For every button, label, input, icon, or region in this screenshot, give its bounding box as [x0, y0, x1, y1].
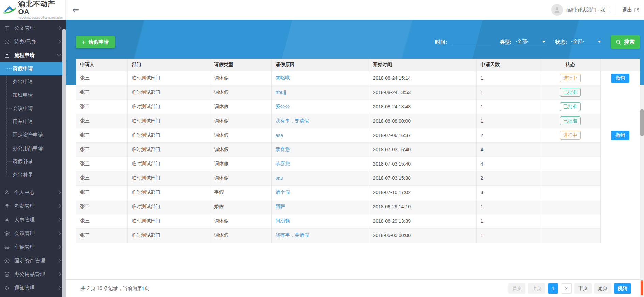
- sidebar-item-process-request[interactable]: 流程申请: [0, 48, 66, 62]
- reason-link[interactable]: 婆公公: [276, 104, 290, 109]
- reason-link[interactable]: 恭喜您: [276, 161, 290, 166]
- sidebar-item-overtime-request[interactable]: 加班申请: [0, 89, 66, 102]
- col-header-status: 状态: [540, 59, 600, 71]
- sidebar-item-label: 流程申请: [14, 52, 35, 59]
- sidebar-item-outing-request[interactable]: 外出申请: [0, 75, 66, 89]
- sidebar-item-meeting-management[interactable]: 会议管理: [0, 226, 66, 240]
- status-select-value: -全部-: [571, 38, 584, 45]
- sidebar-item-notice-management[interactable]: 通知管理: [0, 281, 66, 295]
- sidebar-item-fixed-assets-management[interactable]: 固定资产管理: [0, 254, 66, 267]
- reason-link[interactable]: 恭喜您: [276, 146, 290, 152]
- leave-table-card: 申请人 部门 请假类型 请假原因 开始时间 申请天数 状态 张三 临时测试部门: [76, 59, 640, 243]
- sidebar-item-label: 公文管理: [14, 25, 35, 31]
- sidebar-item-personal-center[interactable]: 个人中心: [0, 186, 66, 199]
- sidebar-item-meeting-request[interactable]: 会议申请: [0, 102, 66, 115]
- inner-scrollbar-thumb[interactable]: [641, 280, 643, 295]
- page-2-button[interactable]: 2: [561, 283, 572, 294]
- sidebar-item-fixed-asset-request[interactable]: 固定资产申请: [0, 128, 66, 142]
- filter-bar: 时间: 类型: -全部- 状态: -全部- 搜索: [435, 35, 640, 49]
- page-1-button[interactable]: 1: [548, 283, 558, 294]
- caret-down-icon: [542, 41, 546, 43]
- sidebar-item-label: 会议申请: [13, 105, 33, 112]
- sidebar-item-label: 办公用品管理: [14, 271, 45, 278]
- sidebar-item-label: 车辆管理: [14, 244, 35, 250]
- logout-label: 退出: [622, 7, 632, 13]
- revoke-button[interactable]: 撤销: [611, 74, 629, 83]
- speaker-icon: [4, 285, 10, 291]
- page-next-button[interactable]: 下页: [574, 283, 592, 294]
- sidebar-item-label: 固定资产申请: [13, 132, 43, 138]
- reason-link[interactable]: rthujj: [276, 90, 286, 95]
- type-select[interactable]: -全部-: [515, 37, 546, 46]
- sidebar-item-label: 通知管理: [14, 285, 35, 291]
- records-summary: 共 2 页 19 条记录，当前为第1页: [81, 280, 149, 297]
- reason-link[interactable]: 我有事，要请假: [276, 232, 309, 238]
- sidebar-item-label: 请假申请: [13, 65, 33, 72]
- page-first-button[interactable]: 首页: [508, 283, 525, 294]
- sidebar-item-label: 外出补录: [13, 172, 33, 178]
- search-button[interactable]: 搜索: [611, 35, 640, 49]
- search-label: 搜索: [624, 38, 635, 46]
- chevron-right-icon: [58, 204, 61, 208]
- sidebar-item-label: 待办/已办: [14, 38, 36, 45]
- person-icon: [4, 217, 10, 223]
- time-filter-input[interactable]: [450, 37, 491, 46]
- sidebar-item-outing-makeup[interactable]: 外出补录: [0, 168, 66, 182]
- status-badge: 已批准: [560, 102, 581, 111]
- status-badge: 已批准: [560, 116, 581, 125]
- sidebar-item-todo-done[interactable]: 待办/已办: [0, 35, 66, 48]
- table-row: 张三 临时测试部门 调休假 我有事，要请假 2018-08-08 00:00 1…: [76, 114, 640, 128]
- table-row: 张三 临时测试部门 调休假 阿斯顿 2018-06-29 13:39 1: [76, 214, 640, 228]
- chevron-right-icon: [58, 285, 61, 290]
- sidebar: 公文管理 待办/已办 流程申请 请假申请: [0, 20, 66, 297]
- status-filter-label: 状态:: [555, 39, 567, 45]
- sidebar-collapse-button[interactable]: ⇐: [72, 0, 79, 20]
- reason-link[interactable]: asa: [276, 132, 283, 138]
- car-icon: [4, 244, 10, 250]
- table-row: 张三 临时测试部门 调休假 rthujj 2018-08-24 13:53 1 …: [76, 85, 640, 99]
- new-leave-request-button[interactable]: + 请假申请: [76, 36, 115, 48]
- reason-link[interactable]: 请个假: [276, 189, 290, 195]
- table-row: 张三 临时测试部门 调休假 asa 2018-07-06 16:37 2 进行中…: [76, 128, 640, 142]
- sidebar-item-office-supplies-request[interactable]: 办公用品申请: [0, 142, 66, 155]
- status-badge: 已批准: [560, 88, 581, 97]
- app-title: 渝北不动产OA: [18, 0, 65, 15]
- sidebar-item-label: 用车申请: [13, 119, 33, 125]
- app-subtitle: Yubei real estate office automation: [18, 16, 65, 19]
- fingerprint-icon: [4, 203, 10, 209]
- col-header-applicant: 申请人: [76, 59, 127, 71]
- user-name: 临时测试部门 - 张三: [566, 7, 610, 13]
- chevron-right-icon: [58, 231, 61, 236]
- sidebar-item-docs-management[interactable]: 公文管理: [0, 21, 66, 35]
- page-prev-button[interactable]: 上页: [528, 283, 545, 294]
- chevron-right-icon: [58, 258, 61, 263]
- reason-link[interactable]: sas: [276, 175, 283, 181]
- sidebar-item-office-supplies-management[interactable]: 办公用品管理: [0, 267, 66, 281]
- avatar[interactable]: [551, 4, 563, 16]
- sidebar-item-hr-management[interactable]: 人事管理: [0, 213, 66, 226]
- page-last-button[interactable]: 尾页: [594, 283, 611, 294]
- reason-link[interactable]: 阿萨: [276, 204, 285, 209]
- chevron-right-icon: [58, 217, 61, 222]
- reason-link[interactable]: 我有事，要请假: [276, 118, 309, 123]
- status-select[interactable]: -全部-: [570, 37, 602, 46]
- reason-link[interactable]: 阿斯顿: [276, 218, 290, 223]
- logout-button[interactable]: 退出: [622, 7, 639, 13]
- app-logo: 渝北不动产OA Yubei real estate office automat…: [0, 0, 66, 20]
- sidebar-item-leave-request[interactable]: 请假申请: [0, 62, 66, 75]
- person-star-icon: [4, 190, 10, 196]
- status-badge: 进行中: [560, 74, 581, 82]
- sidebar-item-vehicle-management[interactable]: 车辆管理: [0, 240, 66, 254]
- page-jump-button[interactable]: 跳转: [614, 283, 631, 294]
- sidebar-scrollbar-thumb[interactable]: [62, 29, 66, 297]
- page-scrollbar-thumb[interactable]: [640, 109, 644, 136]
- revoke-button[interactable]: 撤销: [611, 131, 629, 140]
- plus-icon: +: [82, 39, 86, 45]
- sidebar-item-attendance-management[interactable]: 考勤管理: [0, 199, 66, 213]
- sidebar-item-leave-makeup[interactable]: 请假补录: [0, 155, 66, 168]
- external-link-icon: [634, 7, 639, 13]
- table-header-row: 申请人 部门 请假类型 请假原因 开始时间 申请天数 状态: [76, 59, 640, 71]
- reason-link[interactable]: 来咯哦: [276, 75, 290, 80]
- process-request-submenu: 请假申请 外出申请 加班申请 会议申请 用车申请: [0, 62, 66, 182]
- sidebar-item-vehicle-request[interactable]: 用车申请: [0, 115, 66, 128]
